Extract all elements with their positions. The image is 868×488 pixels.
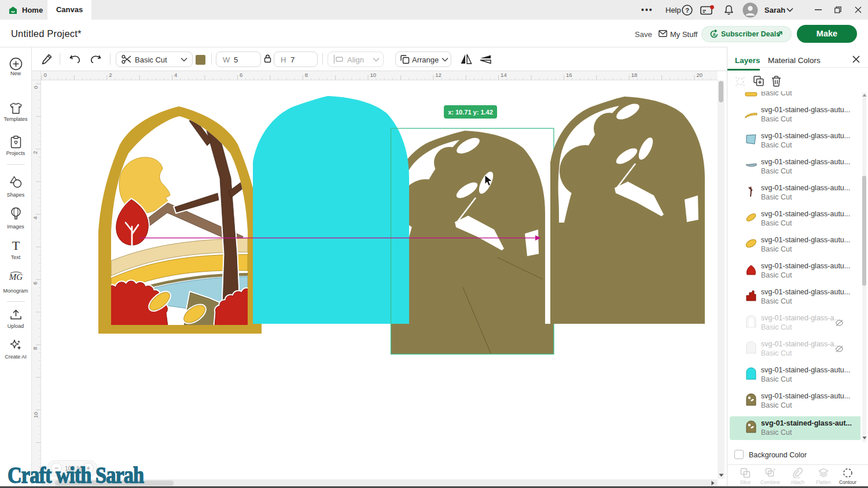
svg-text:T: T [12, 239, 20, 252]
svg-text:MG: MG [9, 272, 23, 282]
svg-text:a: a [713, 31, 716, 37]
svg-text:x: 10.71 y: 1.42: x: 10.71 y: 1.42 [448, 109, 493, 116]
svg-text:?: ? [685, 7, 689, 14]
